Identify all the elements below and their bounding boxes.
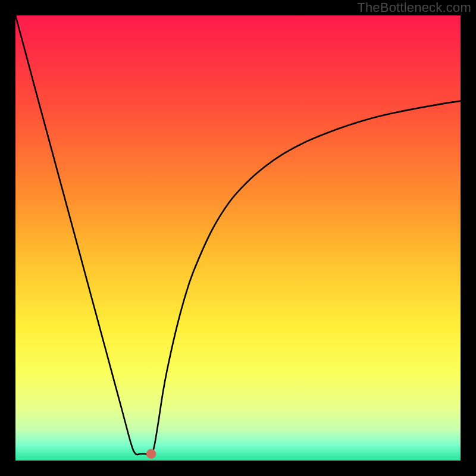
- chart-svg: [15, 15, 461, 461]
- watermark-text: TheBottleneck.com: [357, 0, 471, 15]
- plot-area: [15, 15, 461, 461]
- chart-background: [15, 15, 461, 461]
- marker-dot: [146, 449, 156, 459]
- chart-frame: TheBottleneck.com: [0, 0, 476, 476]
